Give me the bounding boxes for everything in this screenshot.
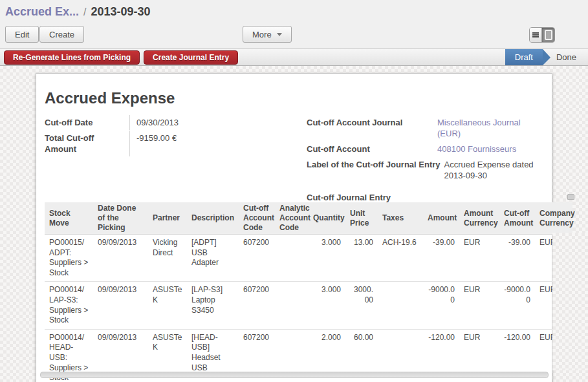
toolbar: Edit Create More — [5, 26, 583, 44]
cell-analytic-account-code — [275, 282, 309, 329]
field-row-cutoff-account-journal: Cut-off Account Journal Miscellaneous Jo… — [307, 115, 545, 141]
column-header: Stock Move — [45, 202, 93, 235]
table-overflow-clip — [552, 233, 588, 370]
field-value: 408100 Fournisseurs — [437, 142, 545, 156]
column-header: Amount — [423, 202, 459, 235]
column-header: Company Currency — [535, 202, 572, 235]
status-step-draft-label: Draft — [515, 52, 533, 62]
field-label: Cut-off Date — [45, 115, 130, 130]
page-title: Accrued Expense — [45, 89, 175, 107]
form-view-button[interactable] — [542, 28, 554, 42]
field-value: Accrued Expense dated 2013-09-30 — [444, 157, 545, 183]
field-value: -9159.00 € — [130, 131, 297, 156]
column-header: Analytic Account Code — [275, 202, 309, 235]
cell-cutoff-amount: -39.00 — [499, 235, 535, 282]
column-header: Quantity — [309, 202, 345, 235]
cell-cutoff-account-code: 607200 — [239, 235, 275, 282]
cutoff-account-link[interactable]: 408100 Fournisseurs — [437, 144, 516, 154]
view-switcher — [529, 27, 555, 43]
column-header: Partner — [148, 202, 187, 235]
column-header: Amount Currency — [459, 202, 499, 235]
regenerate-lines-button[interactable]: Re-Generate Lines from Picking — [4, 50, 140, 65]
screen: Accrued Ex.../2013-09-30 Edit Create Mor… — [0, 0, 588, 382]
cell-analytic-account-code — [275, 235, 309, 282]
field-label: Cut-off Account Journal — [307, 115, 437, 141]
status-step-draft[interactable]: Draft — [505, 49, 543, 65]
cell-partner: Vicking Direct — [148, 235, 187, 282]
field-row-cutoff-account: Cut-off Account 408100 Fournisseurs — [307, 142, 545, 156]
horizontal-scrollbar[interactable] — [40, 372, 549, 378]
content-background: Accrued Expense Cut-off Date 09/30/2013 … — [0, 66, 588, 382]
create-button[interactable]: Create — [39, 26, 84, 43]
status-bar: Re-Generate Lines from Picking Create Jo… — [0, 48, 588, 66]
status-step-done[interactable]: Done — [550, 49, 583, 65]
cell-quantity: 3.000 — [309, 282, 345, 329]
table-row[interactable]: PO00015/ ADPT: Suppliers > Stock 09/09/2… — [45, 235, 572, 282]
chevron-down-icon — [277, 33, 282, 36]
form-sheet: Accrued Expense Cut-off Date 09/30/2013 … — [36, 73, 552, 382]
field-label: Total Cut-off Amount — [45, 131, 130, 156]
cutoff-lines-table: Stock Move Date Done of the Picking Part… — [45, 202, 572, 382]
cell-description: [ADPT] USB Adapter — [187, 235, 239, 282]
more-label: More — [252, 30, 272, 39]
field-row-journal-entry-label: Label of the Cut-off Journal Entry Accru… — [307, 157, 545, 183]
field-group-right: Cut-off Account Journal Miscellaneous Jo… — [307, 115, 545, 206]
cell-unit-price: 13.00 — [345, 235, 378, 282]
cell-description: [LAP-S3] Laptop S3450 — [187, 282, 239, 329]
table-header-row: Stock Move Date Done of the Picking Part… — [45, 202, 572, 235]
status-steps: Draft Done — [505, 49, 583, 65]
column-header: Unit Price — [345, 202, 378, 235]
cell-quantity: 3.000 — [309, 235, 345, 282]
column-header: Description — [187, 202, 239, 235]
cell-amount-currency: EUR — [459, 235, 499, 282]
form-icon — [545, 30, 552, 40]
field-label: Label of the Cut-off Journal Entry — [307, 157, 444, 183]
field-label: Cut-off Account — [307, 142, 437, 156]
list-view-button[interactable] — [530, 28, 542, 42]
cell-unit-price: 3000.00 — [345, 282, 378, 329]
column-header: Date Done of the Picking — [93, 202, 148, 235]
cell-date-done: 09/09/2013 — [93, 282, 148, 329]
cutoff-account-journal-link[interactable]: Miscellaneous Journal (EUR) — [437, 118, 521, 138]
top-bar: Accrued Ex.../2013-09-30 Edit Create Mor… — [0, 0, 588, 48]
cell-stock-move: PO00015/ ADPT: Suppliers > Stock — [45, 235, 93, 282]
field-group-left: Cut-off Date 09/30/2013 Total Cut-off Am… — [45, 115, 297, 206]
breadcrumb-parent-link[interactable]: Accrued Ex... — [5, 5, 79, 18]
cell-taxes — [378, 282, 423, 329]
field-value: 09/30/2013 — [130, 115, 297, 130]
field-row-total-cutoff-amount: Total Cut-off Amount -9159.00 € — [45, 131, 297, 156]
breadcrumb-current: 2013-09-30 — [91, 5, 151, 18]
cell-cutoff-account-code: 607200 — [239, 282, 275, 329]
vertical-scrollbar-stub[interactable] — [567, 194, 574, 200]
cell-amount: -39.00 — [423, 235, 459, 282]
table-row[interactable]: PO00014/ LAP-S3: Suppliers > Stock 09/09… — [45, 282, 572, 329]
cell-amount: -9000.00 — [423, 282, 459, 329]
cell-taxes: ACH-19.6 — [378, 235, 423, 282]
cell-stock-move: PO00014/ LAP-S3: Suppliers > Stock — [45, 282, 93, 329]
column-header: Cut-off Amount — [499, 202, 535, 235]
column-header: Taxes — [378, 202, 423, 235]
cell-cutoff-amount: -9000.00 — [499, 282, 535, 329]
cell-amount-currency: EUR — [459, 282, 499, 329]
breadcrumb: Accrued Ex.../2013-09-30 — [5, 5, 151, 19]
field-value: Miscellaneous Journal (EUR) — [437, 115, 545, 141]
list-icon — [532, 32, 539, 37]
cell-partner: ASUSTeK — [148, 282, 187, 329]
field-row-cutoff-date: Cut-off Date 09/30/2013 — [45, 115, 297, 130]
field-groups: Cut-off Date 09/30/2013 Total Cut-off Am… — [45, 115, 545, 206]
edit-button[interactable]: Edit — [5, 26, 39, 43]
create-journal-entry-button[interactable]: Create Journal Entry — [144, 50, 238, 65]
cell-date-done: 09/09/2013 — [93, 235, 148, 282]
column-header: Cut-off Account Code — [239, 202, 275, 235]
status-step-done-label: Done — [556, 52, 576, 62]
breadcrumb-separator: / — [79, 6, 91, 17]
more-button[interactable]: More — [243, 26, 292, 43]
